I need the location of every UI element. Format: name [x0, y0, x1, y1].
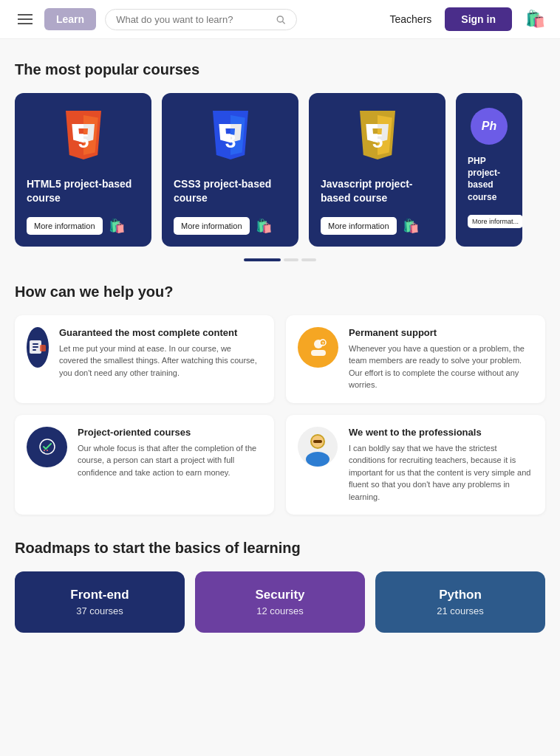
roadmap-python-title: Python	[387, 588, 533, 602]
professional-icon	[298, 427, 338, 467]
project-icon	[27, 427, 67, 467]
navbar: Learn Teachers Sign in 🛍️	[0, 0, 560, 39]
js-logo: 5	[352, 108, 403, 167]
signin-button[interactable]: Sign in	[445, 7, 512, 31]
search-bar	[105, 9, 297, 30]
search-icon	[276, 14, 286, 25]
scroll-dot-3	[301, 258, 316, 261]
css3-more-info-button[interactable]: More information	[174, 217, 250, 235]
roadmap-python-subtitle: 21 courses	[387, 605, 533, 616]
html5-course-title: HTML5 project-based course	[27, 177, 140, 205]
help-card-support-text: Permanent support Whenever you have a qu…	[349, 327, 533, 391]
html5-cart-button[interactable]: 🛍️	[109, 218, 125, 234]
help-section-title: How can we help you?	[15, 284, 545, 300]
help-card-content: Guaranteed the most complete content Let…	[15, 315, 274, 403]
svg-text:3: 3	[225, 130, 236, 152]
svg-point-29	[306, 452, 329, 467]
roadmaps-row: Front-end 37 courses Security 12 courses…	[15, 571, 545, 633]
help-card-project-desc: Our whole focus is that after the comple…	[78, 442, 262, 479]
popular-courses-section: The most popular courses 5 HTML5 project…	[15, 61, 545, 261]
svg-line-1	[283, 21, 285, 24]
svg-rect-23	[311, 350, 326, 356]
help-card-support-desc: Whenever you have a question or a proble…	[349, 343, 533, 391]
svg-point-0	[278, 16, 284, 21]
course-card-css3: 3 CSS3 project-based course More informa…	[162, 93, 298, 247]
css3-course-title: CSS3 project-based course	[174, 177, 287, 205]
css3-cart-button[interactable]: 🛍️	[256, 218, 272, 234]
help-card-project: Project-oriented courses Our whole focus…	[15, 415, 274, 515]
roadmap-frontend-title: Front-end	[27, 588, 173, 602]
teachers-link[interactable]: Teachers	[390, 13, 432, 25]
content-icon	[27, 327, 49, 368]
roadmap-card-frontend[interactable]: Front-end 37 courses	[15, 571, 185, 633]
courses-row: 5 HTML5 project-based course More inform…	[15, 93, 545, 247]
search-input[interactable]	[116, 14, 271, 25]
svg-text:5: 5	[372, 130, 383, 152]
help-card-project-title: Project-oriented courses	[78, 427, 262, 438]
svg-rect-18	[33, 343, 38, 345]
svg-rect-19	[33, 346, 38, 348]
nav-right: Teachers Sign in 🛍️	[390, 7, 545, 31]
roadmap-security-subtitle: 12 courses	[207, 605, 353, 616]
learn-button[interactable]: Learn	[44, 8, 96, 30]
roadmap-frontend-subtitle: 37 courses	[27, 605, 173, 616]
svg-rect-21	[40, 345, 46, 351]
svg-rect-31	[313, 440, 322, 443]
scroll-dot-2	[284, 258, 298, 261]
course-card-html5: 5 HTML5 project-based course More inform…	[15, 93, 151, 247]
css3-logo: 3	[205, 108, 256, 167]
help-grid: Guaranteed the most complete content Let…	[15, 315, 545, 515]
js-course-title: Javascript project-based course	[321, 177, 434, 205]
php-course-title: PHP project-based course	[468, 155, 511, 203]
php-more-info-button[interactable]: More informat...	[468, 215, 522, 228]
hamburger-menu[interactable]	[15, 11, 35, 27]
roadmaps-title: Roadmaps to start the basics of learning	[15, 540, 545, 557]
svg-text:?: ?	[321, 341, 324, 346]
php-course-actions: More informat...	[468, 215, 511, 228]
roadmap-card-python[interactable]: Python 21 courses	[375, 571, 545, 633]
scroll-dot-1	[244, 258, 281, 261]
svg-text:5: 5	[78, 130, 89, 152]
course-card-php: Ph PHP project-based course More informa…	[456, 93, 522, 247]
roadmap-security-title: Security	[207, 588, 353, 602]
cart-icon[interactable]: 🛍️	[525, 10, 545, 29]
roadmap-card-security[interactable]: Security 12 courses	[195, 571, 365, 633]
help-section: How can we help you? Guaranteed the most…	[15, 284, 545, 515]
html5-logo: 5	[58, 108, 109, 167]
roadmaps-section: Roadmaps to start the basics of learning…	[15, 540, 545, 633]
help-card-project-text: Project-oriented courses Our whole focus…	[78, 427, 262, 479]
support-icon: ?	[298, 327, 338, 368]
help-card-professional-title: We went to the professionals	[349, 427, 533, 438]
css3-course-actions: More information 🛍️	[174, 217, 287, 235]
js-course-actions: More information 🛍️	[321, 217, 434, 235]
help-card-support: ? Permanent support Whenever you have a …	[286, 315, 545, 403]
main-content: The most popular courses 5 HTML5 project…	[0, 39, 560, 647]
js-more-info-button[interactable]: More information	[321, 217, 397, 235]
course-card-javascript: 5 Javascript project-based course More i…	[309, 93, 445, 247]
js-cart-button[interactable]: 🛍️	[403, 218, 419, 234]
help-card-professional: We went to the professionals I can boldl…	[286, 415, 545, 515]
help-card-content-desc: Let me put your mind at ease. In our cou…	[59, 343, 262, 379]
help-card-professional-text: We went to the professionals I can boldl…	[349, 427, 533, 504]
svg-rect-20	[33, 349, 36, 351]
scroll-indicator	[15, 258, 545, 261]
html5-course-actions: More information 🛍️	[27, 217, 140, 235]
php-logo: Ph	[471, 108, 508, 145]
help-card-content-text: Guaranteed the most complete content Let…	[59, 327, 262, 379]
popular-courses-title: The most popular courses	[15, 61, 545, 78]
help-card-support-title: Permanent support	[349, 327, 533, 338]
help-card-content-title: Guaranteed the most complete content	[59, 327, 262, 338]
html5-more-info-button[interactable]: More information	[27, 217, 103, 235]
help-card-professional-desc: I can boldly say that we have the strict…	[349, 442, 533, 504]
